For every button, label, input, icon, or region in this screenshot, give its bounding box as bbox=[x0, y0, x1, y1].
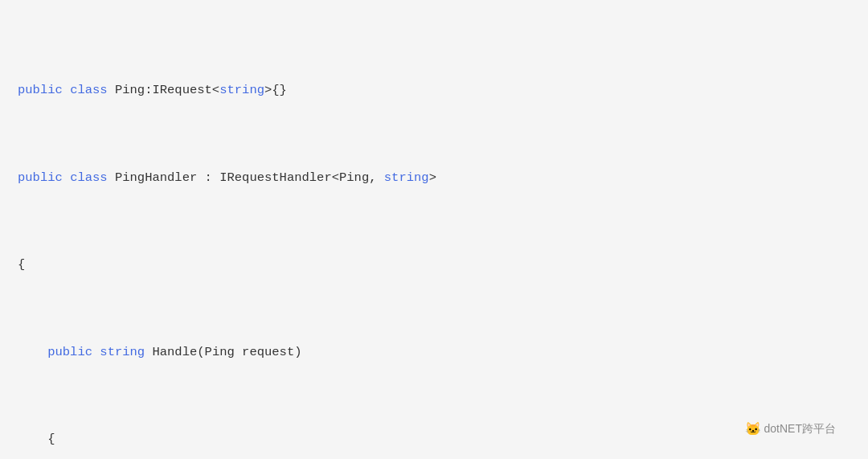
code-line-4: public string Handle(Ping request) bbox=[8, 342, 868, 363]
watermark-text: dotNET跨平台 bbox=[764, 422, 836, 436]
watermark-icon: 🐱 bbox=[745, 421, 761, 436]
code-line-3: { bbox=[8, 254, 868, 276]
code-line-2: public class PingHandler : IRequestHandl… bbox=[8, 167, 868, 189]
code-line-1: public class Ping:IRequest<string>{} bbox=[8, 80, 868, 101]
code-line-5: { bbox=[8, 428, 868, 450]
watermark: 🐱 dotNET跨平台 bbox=[745, 421, 836, 436]
code-container: public class Ping:IRequest<string>{} pub… bbox=[0, 0, 868, 459]
code-block: public class Ping:IRequest<string>{} pub… bbox=[0, 14, 868, 459]
